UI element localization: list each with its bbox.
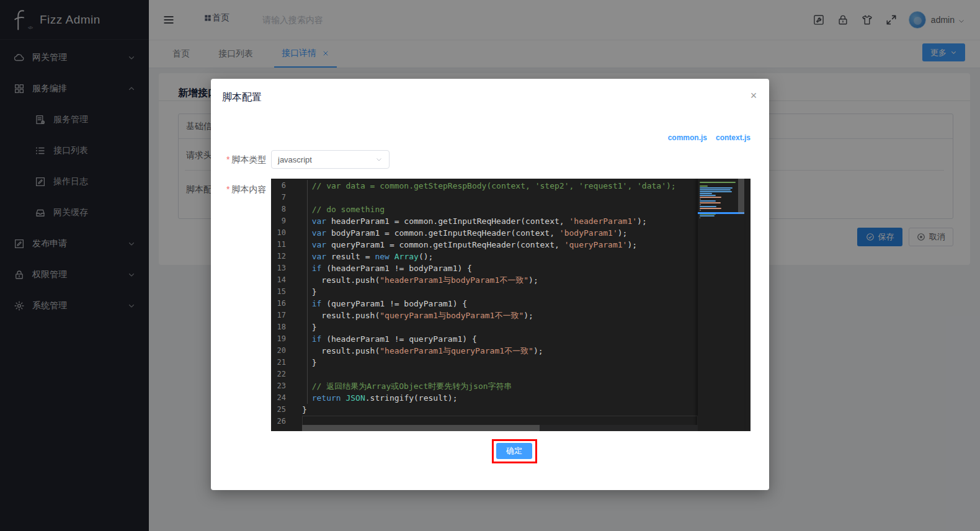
code-line-22: 22 [271, 368, 698, 380]
modal-title: 脚本配置 [222, 91, 262, 104]
app-root: </> Fizz Admin 网关管理服务编排服务管理接口列表操作日志网关缓存发… [0, 0, 980, 531]
line-number: 23 [271, 380, 302, 392]
code-line-13: 13 if (headerParam1 != bodyParam1) { [271, 262, 698, 274]
line-number: 12 [271, 251, 302, 262]
script-type-select[interactable]: javascript [271, 150, 390, 169]
code-line-17: 17 result.push("queryParam1与bodyParam1不一… [271, 310, 698, 321]
code-line-8: 8 // do something [271, 203, 698, 215]
ok-button[interactable]: 确定 [496, 443, 532, 459]
line-number: 20 [271, 345, 302, 357]
line-number: 25 [271, 404, 302, 416]
line-number: 22 [271, 368, 302, 380]
required-asterisk: * [226, 154, 229, 164]
line-number: 9 [271, 215, 302, 227]
line-number: 16 [271, 298, 302, 310]
code-line-12: 12 var result = new Array(); [271, 251, 698, 262]
line-number: 10 [271, 227, 302, 239]
code-line-19: 19 if (headerParam1 != queryParam1) { [271, 333, 698, 345]
code-line-20: 20 result.push("headerParam1与queryParam1… [271, 345, 698, 357]
line-number: 7 [271, 192, 302, 203]
line-number: 8 [271, 203, 302, 215]
code-lines: 6 // var data = common.getStepRespBody(c… [271, 180, 698, 427]
script-type-value: javascript [278, 155, 312, 164]
line-number: 21 [271, 357, 302, 368]
code-editor[interactable]: 6 // var data = common.getStepRespBody(c… [271, 179, 751, 431]
line-number: 14 [271, 274, 302, 286]
horizontal-scrollbar[interactable] [302, 425, 698, 431]
code-line-23: 23 // 返回结果为Array或Object时要先转为json字符串 [271, 380, 698, 392]
editor-minimap[interactable] [698, 179, 744, 431]
context-js-link[interactable]: context.js [716, 133, 751, 142]
code-line-14: 14 result.push("headerParam1与bodyParam1不… [271, 274, 698, 286]
chevron-down-icon [375, 156, 383, 163]
line-number: 18 [271, 321, 302, 333]
line-number: 6 [271, 180, 302, 192]
code-line-9: 9 var headerParam1 = common.getInputReqH… [271, 215, 698, 227]
line-number: 13 [271, 262, 302, 274]
code-line-25: 25} [271, 404, 698, 416]
code-line-16: 16 if (queryParam1 != bodyParam1) { [271, 298, 698, 310]
line-number: 11 [271, 239, 302, 251]
code-line-15: 15 } [271, 286, 698, 298]
vertical-scrollbar[interactable] [738, 179, 744, 214]
common-js-link[interactable]: common.js [668, 133, 707, 142]
script-config-modal: 脚本配置 × common.js context.js *脚本类型 javasc… [211, 79, 769, 490]
code-line-11: 11 var queryParam1 = common.getInputReqH… [271, 239, 698, 251]
script-content-label: *脚本内容 [226, 184, 266, 195]
script-type-label: *脚本类型 [226, 154, 266, 166]
code-line-7: 7 [271, 192, 698, 203]
line-number: 15 [271, 286, 302, 298]
line-number: 24 [271, 392, 302, 404]
line-number: 19 [271, 333, 302, 345]
code-line-6: 6 // var data = common.getStepRespBody(c… [271, 180, 698, 192]
line-number: 17 [271, 310, 302, 321]
code-line-10: 10 var bodyParam1 = common.getInputReqHe… [271, 227, 698, 239]
minimap-viewport [698, 212, 744, 214]
close-icon[interactable]: × [748, 90, 759, 101]
line-number: 26 [271, 416, 302, 427]
code-line-24: 24 return JSON.stringify(result); [271, 392, 698, 404]
script-helper-links: common.js context.js [668, 133, 751, 142]
code-line-18: 18 } [271, 321, 698, 333]
required-asterisk: * [226, 184, 229, 194]
code-line-21: 21 } [271, 357, 698, 368]
horizontal-scrollbar-thumb[interactable] [302, 425, 540, 431]
